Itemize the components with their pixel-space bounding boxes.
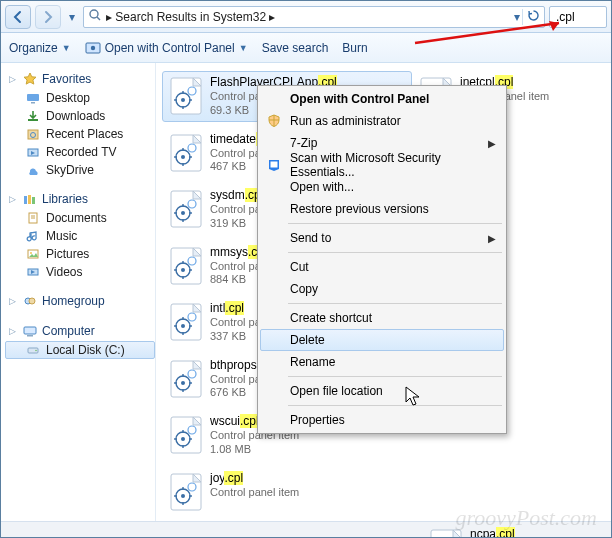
sidebar-item-local-disk-c[interactable]: Local Disk (C:)	[5, 341, 155, 359]
search-box[interactable]	[549, 6, 607, 28]
ctx-open-with[interactable]: Open with...	[260, 176, 504, 198]
svg-rect-21	[24, 327, 36, 334]
folder-icon	[25, 228, 41, 244]
context-menu: Open with Control Panel Run as administr…	[257, 85, 507, 434]
nav-back-button[interactable]	[5, 5, 31, 29]
ctx-properties[interactable]: Properties	[260, 409, 504, 431]
sidebar-scrollbar[interactable]	[1, 521, 156, 537]
folder-icon	[25, 162, 41, 178]
file-item[interactable]: joy.cpl Control panel item	[162, 467, 412, 517]
sidebar-item-documents[interactable]: Documents	[5, 209, 155, 227]
svg-point-67	[181, 324, 185, 328]
organize-menu[interactable]: Organize ▼	[9, 41, 71, 55]
nav-history-dropdown[interactable]: ▾	[65, 5, 79, 29]
sidebar-item-videos[interactable]: Videos	[5, 263, 155, 281]
sidebar-item-downloads[interactable]: Downloads	[5, 107, 155, 125]
mse-icon	[266, 157, 282, 173]
control-panel-icon	[85, 40, 101, 56]
sidebar-computer-header[interactable]: ▷ Computer	[5, 321, 155, 341]
svg-point-17	[30, 252, 32, 254]
watermark: groovyPost.com	[455, 505, 597, 531]
folder-icon	[25, 210, 41, 226]
ctx-scan-mse[interactable]: Scan with Microsoft Security Essentials.…	[260, 154, 504, 176]
address-text: ▸ Search Results in System32 ▸	[106, 10, 510, 24]
sidebar-item-skydrive[interactable]: SkyDrive	[5, 161, 155, 179]
svg-point-59	[181, 268, 185, 272]
ctx-run-as-administrator[interactable]: Run as administrator	[260, 110, 504, 132]
folder-icon	[25, 126, 41, 142]
explorer-window: ▾ ▸ Search Results in System32 ▸ ▾ Organ…	[0, 0, 612, 538]
cpl-file-icon	[168, 132, 204, 174]
svg-point-51	[181, 211, 185, 215]
svg-rect-10	[24, 196, 27, 204]
folder-icon	[25, 246, 41, 262]
refresh-icon[interactable]	[522, 9, 540, 25]
ctx-cut[interactable]: Cut	[260, 256, 504, 278]
folder-icon	[25, 144, 41, 160]
sidebar-item-desktop[interactable]: Desktop	[5, 89, 155, 107]
star-icon	[22, 71, 38, 87]
sidebar-homegroup-header[interactable]: ▷ Homegroup	[5, 291, 155, 311]
sidebar-item-pictures[interactable]: Pictures	[5, 245, 155, 263]
titlebar: ▾ ▸ Search Results in System32 ▸ ▾	[1, 1, 611, 33]
svg-point-27	[181, 98, 185, 102]
svg-point-24	[35, 350, 37, 352]
svg-point-3	[90, 45, 94, 49]
svg-rect-105	[271, 162, 278, 168]
file-name: joy.cpl	[210, 471, 299, 486]
folder-icon	[25, 108, 41, 124]
svg-point-20	[29, 298, 35, 304]
ctx-open-file-location[interactable]: Open file location	[260, 380, 504, 402]
svg-rect-11	[28, 195, 31, 204]
svg-point-83	[181, 437, 185, 441]
svg-rect-22	[27, 335, 33, 337]
address-bar[interactable]: ▸ Search Results in System32 ▸ ▾	[83, 6, 545, 28]
sidebar-libraries-header[interactable]: ▷ Libraries	[5, 189, 155, 209]
cpl-file-icon	[168, 245, 204, 287]
ctx-restore-previous[interactable]: Restore previous versions	[260, 198, 504, 220]
file-type: Control panel item	[210, 486, 299, 500]
svg-point-0	[90, 10, 98, 18]
cpl-file-icon	[168, 358, 204, 400]
open-with-control-panel-button[interactable]: Open with Control Panel ▼	[85, 40, 248, 56]
sidebar-favorites-header[interactable]: ▷ Favorites	[5, 69, 155, 89]
computer-icon	[22, 323, 38, 339]
svg-rect-4	[27, 94, 39, 101]
svg-rect-5	[31, 102, 35, 104]
cpl-file-icon	[168, 188, 204, 230]
cpl-file-icon	[168, 301, 204, 343]
ctx-open-with-control-panel[interactable]: Open with Control Panel	[260, 88, 504, 110]
ctx-create-shortcut[interactable]: Create shortcut	[260, 307, 504, 329]
svg-point-75	[181, 381, 185, 385]
file-size: 1.08 MB	[210, 443, 299, 457]
svg-point-43	[181, 155, 185, 159]
shield-icon	[266, 113, 282, 129]
drive-icon	[25, 342, 41, 358]
libraries-icon	[22, 191, 38, 207]
ctx-copy[interactable]: Copy	[260, 278, 504, 300]
address-dropdown-icon[interactable]: ▾	[514, 10, 520, 24]
cpl-file-icon	[168, 471, 204, 513]
folder-icon	[25, 264, 41, 280]
search-icon	[88, 8, 102, 25]
svg-rect-12	[32, 197, 35, 204]
search-input[interactable]	[554, 9, 602, 25]
sidebar-item-recorded tv[interactable]: Recorded TV	[5, 143, 155, 161]
svg-line-1	[97, 17, 100, 20]
ctx-send-to[interactable]: Send to▶	[260, 227, 504, 249]
cpl-file-icon	[168, 75, 204, 117]
save-search-button[interactable]: Save search	[262, 41, 329, 55]
ctx-rename[interactable]: Rename	[260, 351, 504, 373]
sidebar-item-recent places[interactable]: Recent Places	[5, 125, 155, 143]
folder-icon	[25, 90, 41, 106]
nav-forward-button[interactable]	[35, 5, 61, 29]
navigation-pane: ▷ Favorites DesktopDownloadsRecent Place…	[1, 63, 156, 537]
svg-rect-6	[28, 119, 38, 121]
cpl-file-icon	[168, 414, 204, 456]
svg-point-91	[181, 494, 185, 498]
sidebar-item-music[interactable]: Music	[5, 227, 155, 245]
burn-button[interactable]: Burn	[342, 41, 367, 55]
homegroup-icon	[22, 293, 38, 309]
ctx-delete[interactable]: Delete	[260, 329, 504, 351]
toolbar: Organize ▼ Open with Control Panel ▼ Sav…	[1, 33, 611, 63]
